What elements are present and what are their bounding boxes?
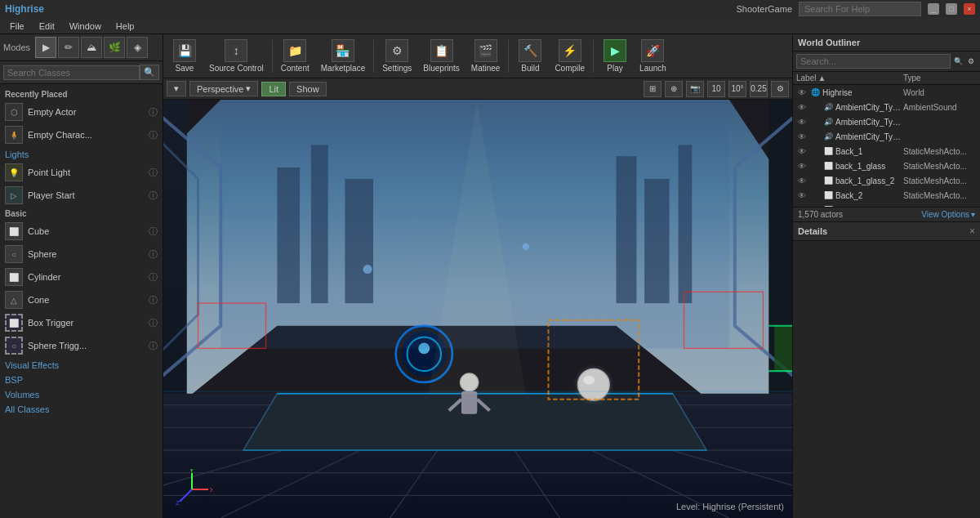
vp-dropdown-btn[interactable]: ▾ [167, 81, 186, 96]
wo-type-back2: StaticMeshActo... [903, 191, 977, 200]
wo-type-text: Type [903, 74, 921, 83]
mode-geometry-btn[interactable]: ◈ [127, 37, 148, 58]
world-outliner-list: 👁 🌐 Highrise World 👁 🔊 AmbientCity_TypeC… [793, 85, 980, 207]
wo-label-col[interactable]: Label ▲ [796, 74, 903, 83]
vp-grid-btn[interactable]: ⊞ [644, 81, 662, 97]
empty-actor-info[interactable]: ⓘ [149, 106, 158, 118]
wo-item-highrise[interactable]: 👁 🌐 Highrise World [793, 85, 980, 100]
cube-info[interactable]: ⓘ [149, 226, 158, 238]
lit-btn[interactable]: Lit [261, 82, 286, 96]
details-title: Details [798, 226, 827, 236]
world-outliner-columns: Label ▲ Type [793, 72, 980, 85]
visual-effects-section[interactable]: Visual Effects [0, 357, 163, 372]
class-item-point-light[interactable]: 💡 Point Light ⓘ [0, 161, 163, 184]
show-btn[interactable]: Show [289, 82, 327, 96]
matinee-btn[interactable]: 🎬 Matinee [466, 37, 506, 75]
wo-item-back1glass2[interactable]: 👁 ⬜ back_1_glass_2 StaticMeshActo... [793, 173, 980, 188]
wo-item-back1[interactable]: 👁 ⬜ Back_1 StaticMeshActo... [793, 144, 980, 159]
sphere-trigger-info[interactable]: ⓘ [149, 340, 158, 352]
vp-settings-btn[interactable]: ⚙ [771, 81, 789, 97]
view-options-btn[interactable]: View Options ▾ [921, 210, 975, 219]
vp-scale[interactable]: 0.25 [750, 81, 768, 97]
vp-snap-btn[interactable]: ⊕ [665, 81, 683, 97]
point-light-info[interactable]: ⓘ [149, 167, 158, 179]
menu-help[interactable]: Help [109, 20, 141, 33]
minimize-button[interactable]: _ [928, 3, 939, 15]
details-close-btn[interactable]: × [969, 226, 975, 237]
wo-vis-amb2[interactable]: 👁 [796, 116, 808, 127]
menu-edit[interactable]: Edit [33, 20, 61, 33]
wo-vis-amb3[interactable]: 👁 [796, 131, 808, 142]
mode-paint-btn[interactable]: ✏ [58, 37, 79, 58]
mode-foliage-btn[interactable]: 🌿 [104, 37, 125, 58]
cube-icon: ⬜ [5, 222, 23, 240]
wo-vis-back1[interactable]: 👁 [796, 145, 808, 157]
svg-rect-41 [644, 179, 669, 303]
bsp-section[interactable]: BSP [0, 372, 163, 386]
box-trigger-info[interactable]: ⓘ [149, 317, 158, 329]
cylinder-info[interactable]: ⓘ [149, 271, 158, 284]
wo-vis-back1g[interactable]: 👁 [796, 160, 808, 172]
compile-btn[interactable]: ⚡ Compile [550, 37, 590, 75]
vp-angle[interactable]: 10° [728, 81, 746, 97]
wo-item-ambient2[interactable]: 👁 🔊 AmbientCity_TypeC_Stereo_{AmbientSou… [793, 114, 980, 129]
help-search-input[interactable] [799, 2, 921, 16]
vp-cam-btn[interactable]: 📷 [686, 81, 704, 97]
save-label: Save [176, 64, 194, 73]
world-outliner-search: 🔍 ⚙ [793, 51, 980, 72]
class-item-empty-actor[interactable]: ⬡ Empty Actor ⓘ [0, 100, 163, 123]
launch-btn[interactable]: 🚀 Launch [635, 37, 671, 75]
world-outliner-search-input[interactable] [796, 54, 951, 69]
class-item-sphere[interactable]: ○ Sphere ⓘ [0, 243, 163, 266]
viewport[interactable]: X Y Z Level: Highrise (Persistent) [163, 100, 792, 518]
wo-vis-back1g2[interactable]: 👁 [796, 175, 808, 186]
wo-item-back2[interactable]: 👁 ⬜ Back_2 StaticMeshActo... [793, 188, 980, 203]
marketplace-label: Marketplace [321, 64, 365, 73]
class-item-cube[interactable]: ⬜ Cube ⓘ [0, 220, 163, 243]
all-classes-section[interactable]: All Classes [0, 401, 163, 416]
search-classes-input[interactable] [3, 65, 140, 80]
wo-settings-icon[interactable]: ⚙ [965, 56, 977, 67]
search-classes-button[interactable]: 🔍 [140, 65, 159, 80]
vp-num1[interactable]: 10 [707, 81, 725, 97]
lights-section[interactable]: Lights [0, 146, 163, 161]
content-btn[interactable]: 📁 Content [276, 37, 314, 75]
mode-select-btn[interactable]: ▶ [35, 37, 56, 58]
volumes-section[interactable]: Volumes [0, 386, 163, 401]
class-item-cylinder[interactable]: ⬜ Cylinder ⓘ [0, 266, 163, 288]
blueprints-btn[interactable]: 📋 Blueprints [418, 37, 464, 75]
basic-header: Basic [0, 207, 163, 220]
class-item-sphere-trigger[interactable]: ○ Sphere Trigg... ⓘ [0, 334, 163, 357]
point-light-icon: 💡 [5, 163, 23, 181]
maximize-button[interactable]: □ [946, 3, 957, 15]
wo-type-col[interactable]: Type [903, 74, 977, 83]
empty-char-info[interactable]: ⓘ [149, 129, 158, 141]
mode-landscape-btn[interactable]: ⛰ [81, 37, 102, 58]
class-item-player-start[interactable]: ▷ Player Start ⓘ [0, 184, 163, 207]
close-button[interactable]: × [964, 3, 975, 15]
class-item-box-trigger[interactable]: ⬜ Box Trigger ⓘ [0, 311, 163, 334]
build-btn[interactable]: 🔨 Build [512, 37, 548, 75]
cone-info[interactable]: ⓘ [149, 294, 158, 306]
save-toolbar-btn[interactable]: 💾 Save [167, 37, 203, 75]
wo-icon-amb2: 🔊 [822, 116, 834, 127]
player-start-info[interactable]: ⓘ [149, 190, 158, 202]
empty-actor-icon: ⬡ [5, 103, 23, 121]
class-item-cone[interactable]: △ Cone ⓘ [0, 288, 163, 311]
wo-vis-highrise[interactable]: 👁 [796, 87, 808, 98]
sphere-info[interactable]: ⓘ [149, 248, 158, 261]
play-btn[interactable]: ▶ Play [597, 37, 633, 75]
marketplace-btn[interactable]: 🏪 Marketplace [316, 37, 370, 75]
wo-item-back1glass[interactable]: 👁 ⬜ back_1_glass StaticMeshActo... [793, 159, 980, 173]
menu-file[interactable]: File [3, 20, 31, 33]
source-control-btn[interactable]: ↕ Source Control [204, 37, 269, 75]
menu-window[interactable]: Window [63, 20, 108, 33]
launch-label: Launch [639, 64, 666, 73]
wo-vis-amb1[interactable]: 👁 [796, 101, 808, 113]
wo-item-ambient3[interactable]: 👁 🔊 AmbientCity_TypeD_Stereo_{AmbientSou… [793, 129, 980, 144]
class-item-empty-char[interactable]: 🧍 Empty Charac... ⓘ [0, 123, 163, 146]
wo-vis-back2[interactable]: 👁 [796, 190, 808, 201]
perspective-btn[interactable]: Perspective ▾ [189, 81, 258, 96]
wo-item-ambient1[interactable]: 👁 🔊 AmbientCity_TypeC_Stereo AmbientSoun… [793, 100, 980, 114]
settings-btn[interactable]: ⚙ Settings [377, 37, 416, 75]
